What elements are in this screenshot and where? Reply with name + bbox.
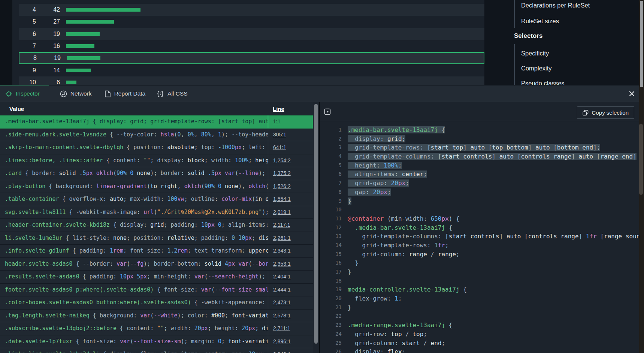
chart-row-7[interactable]: 716 <box>19 40 484 52</box>
code-line-13: 13 grid-template-columns: [start control… <box>320 232 639 241</box>
braces-icon <box>157 90 164 97</box>
rule-value: .play-button { background: linear-gradie… <box>0 180 268 193</box>
sidebar-item-specificity[interactable]: Specificity <box>521 49 549 58</box>
rule-row-4[interactable]: .lines::before, .lines::after { content:… <box>0 154 313 168</box>
bar <box>66 81 76 84</box>
line-link[interactable]: 1,526:2 <box>273 183 291 189</box>
tab-report-data[interactable]: Report Data <box>105 90 146 97</box>
line-link[interactable]: 1,554:1 <box>273 196 291 202</box>
chart-row-4[interactable]: 442 <box>19 4 484 16</box>
line-link[interactable]: 641:1 <box>273 144 286 150</box>
rules-table-rows: .media-bar.svelte-13aai7j { display: gri… <box>0 115 313 353</box>
line-number: 4 <box>320 152 342 161</box>
rule-row-9[interactable]: .header-container.svelte-kbdi8z { displa… <box>0 219 313 232</box>
code-line-23: 23.media-range.svelte-13aai7j { <box>320 321 639 330</box>
page-scrollbar-thumb[interactable] <box>640 1 643 87</box>
column-header-line[interactable]: Line <box>268 106 313 112</box>
page-scrollbar-track[interactable] <box>639 0 644 353</box>
line-link[interactable]: 2,444:1 <box>273 287 291 293</box>
rule-row-5[interactable]: .card { border: solid .5px oklch(90% 0 n… <box>0 167 313 180</box>
line-link[interactable]: 2,261:1 <box>273 235 291 241</box>
close-panel-button[interactable] <box>629 91 635 97</box>
rule-row-16[interactable]: .tag.length.svelte-naikeq { background: … <box>0 310 313 323</box>
line-number: 12 <box>320 223 342 232</box>
code-text: grid-template-rows: [start top] auto [to… <box>348 143 600 152</box>
rule-line-cell: 1,526:2 <box>268 180 313 193</box>
table-scrollbar[interactable] <box>313 102 319 353</box>
chart-row-6[interactable]: 619 <box>19 28 484 40</box>
rule-row-10[interactable]: li.svelte-1ume3ur { list-style: none; po… <box>0 232 313 245</box>
rule-line-cell: 2,343:1 <box>268 245 313 257</box>
sidebar-item-pseudo-classes[interactable]: Pseudo classes <box>521 79 565 85</box>
rule-line-cell: 641:1 <box>268 141 313 154</box>
rule-row-13[interactable]: .results.svelte-asdas0 { padding: 10px 5… <box>0 271 313 284</box>
line-link[interactable]: 2,711:1 <box>273 325 290 331</box>
line-number: 10 <box>320 205 342 214</box>
tab-network[interactable]: Network <box>60 90 92 97</box>
bar <box>66 8 140 12</box>
tab-inspector[interactable]: Inspector <box>5 90 40 97</box>
code-line-8: 8 gap: 20px; <box>320 188 639 197</box>
chart-row-10[interactable]: 106 <box>19 76 484 85</box>
rule-value: .table-container { overflow-x: auto; max… <box>0 193 268 206</box>
rule-row-18[interactable]: .date.svelte-1p7tuxr { font-size: var(--… <box>0 335 313 349</box>
line-number: 26 <box>320 347 342 353</box>
line-number: 7 <box>320 179 342 188</box>
rule-value: .subscribe.svelte-13gboj2::before { cont… <box>0 322 268 335</box>
rule-value: .lines::before, .lines::after { content:… <box>0 154 268 167</box>
code-line-24: 24 grid-row: top / top; <box>320 330 639 339</box>
rule-row-1[interactable]: .media-bar.svelte-13aai7j { display: gri… <box>0 115 313 129</box>
bar <box>66 20 114 24</box>
rule-row-11[interactable]: .info.svelte-gd1unf { padding: 1rem; fon… <box>0 245 313 258</box>
line-link[interactable]: 1,375:2 <box>273 170 291 176</box>
rule-row-15[interactable]: .color-boxes.svelte-asdas0 button:where(… <box>0 296 313 310</box>
sidebar-item-complexity[interactable]: Complexity <box>521 64 552 73</box>
table-scrollbar-thumb[interactable] <box>314 104 318 344</box>
line-number: 15 <box>320 250 342 259</box>
sidebar-heading-selectors: Selectors <box>514 31 543 40</box>
chart-row-5[interactable]: 527 <box>19 16 484 28</box>
line-link[interactable]: 1,254:2 <box>273 157 291 163</box>
line-link[interactable]: 2,943:1 <box>273 351 291 353</box>
rule-row-19[interactable]: .links-list.svelte-1abc2d li { display: … <box>0 348 313 353</box>
rule-row-14[interactable]: footer.svelte-asdas0 p:where(.svelte-asd… <box>0 284 313 297</box>
sidebar-item-ruleset-sizes[interactable]: RuleSet sizes <box>521 16 559 25</box>
copy-selection-button[interactable]: Copy selection <box>577 106 634 119</box>
line-link[interactable]: 2,353:1 <box>273 261 291 267</box>
tab-all-css[interactable]: All CSS <box>157 90 187 97</box>
bar <box>66 32 100 36</box>
chart-row-9[interactable]: 914 <box>19 64 484 76</box>
line-link[interactable]: 305:1 <box>273 132 286 138</box>
line-link[interactable]: 2,019:1 <box>273 209 291 215</box>
rule-row-7[interactable]: .table-container { overflow-x: auto; max… <box>0 193 313 206</box>
report-page-region: 442527619716819914106 Declarations per R… <box>0 0 644 85</box>
line-link[interactable]: 2,404:1 <box>273 274 291 280</box>
chart-row-8[interactable]: 819 <box>19 52 484 64</box>
line-link[interactable]: 2,473:1 <box>273 299 291 305</box>
sidebar-item-declarations-per-ruleset[interactable]: Declarations per RuleSet <box>521 1 590 10</box>
rule-row-12[interactable]: header.svelte-asdas0 { --border: var(--f… <box>0 258 313 271</box>
inspector-body: Value Line .media-bar.svelte-13aai7j { d… <box>0 102 644 353</box>
code-text: .media-bar.svelte-13aai7j { <box>348 126 445 135</box>
open-panel-toggle[interactable] <box>324 108 331 115</box>
line-link[interactable]: 2,578:1 <box>273 313 291 319</box>
tab-label: Inspector <box>16 90 40 97</box>
bucket-count: 42 <box>36 6 60 13</box>
rule-row-2[interactable]: .side-menu.dark.svelte-1vsndze { --toy-c… <box>0 129 313 142</box>
code-toolbar: Copy selection <box>320 102 639 121</box>
rule-row-17[interactable]: .subscribe.svelte-13gboj2::before { cont… <box>0 322 313 335</box>
code-line-21: 21} <box>320 303 639 312</box>
rule-row-8[interactable]: svg.svelte-1tw8111 { -webkit-mask-image:… <box>0 206 313 219</box>
line-link[interactable]: 2,896:1 <box>273 338 291 344</box>
code-line-6: 6 align-items: center; <box>320 170 639 179</box>
line-number: 21 <box>320 303 342 312</box>
rule-row-3[interactable]: .skip-to-main-content.svelte-dbylqh { po… <box>0 141 313 154</box>
rule-row-6[interactable]: .play-button { background: linear-gradie… <box>0 180 313 193</box>
line-link[interactable]: 2,343:1 <box>273 248 291 254</box>
line-link[interactable]: 1:1 <box>273 118 280 124</box>
bucket-label: 8 <box>19 55 37 61</box>
code-scrollbar-thumb[interactable] <box>639 124 643 195</box>
code-editor[interactable]: 1.media-bar.svelte-13aai7j {2 display: g… <box>320 121 639 353</box>
line-link[interactable]: 2,117:1 <box>273 222 290 228</box>
css-analyzer-app: 442527619716819914106 Declarations per R… <box>0 0 644 353</box>
